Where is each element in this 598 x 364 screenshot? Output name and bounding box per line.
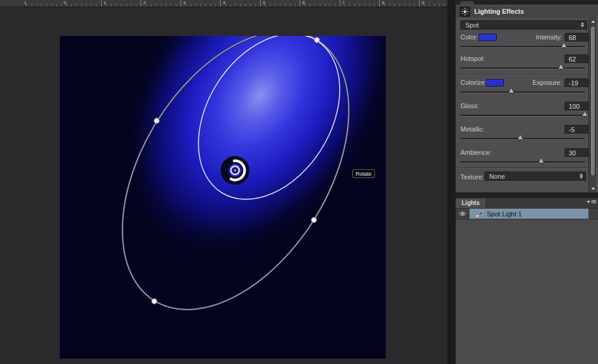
light-type-value: Spot — [465, 22, 479, 29]
exposure-slider-thumb[interactable] — [509, 88, 514, 93]
ruler-number: 2 — [144, 0, 146, 5]
ruler-number: 1 — [103, 0, 106, 5]
intensity-slider-thumb[interactable] — [562, 43, 566, 47]
intensity-value[interactable]: 68 — [565, 33, 588, 42]
texture-value: None — [489, 173, 505, 180]
scrollbar-thumb[interactable] — [590, 26, 596, 176]
metallic-label: Metallic: — [460, 126, 484, 133]
hotspot-slider-track[interactable] — [460, 68, 585, 69]
metallic-slider-thumb[interactable] — [518, 135, 523, 139]
lighting-effects-panel: Lighting Effects Spot Color: Intensity: … — [456, 0, 598, 364]
gloss-slider[interactable] — [460, 111, 585, 117]
scroll-down-button[interactable] — [589, 185, 597, 192]
ambience-slider-thumb[interactable] — [539, 158, 544, 163]
ellipse-handle-top[interactable] — [315, 38, 320, 43]
ruler-number: 4 — [223, 0, 225, 5]
exposure-slider-track[interactable] — [460, 91, 585, 93]
panel-dock-divider — [447, 0, 456, 364]
hotspot-slider[interactable] — [460, 64, 585, 70]
ruler-number: 7 — [342, 0, 344, 5]
gloss-label: Gloss: — [460, 102, 479, 110]
light-preview — [60, 36, 386, 359]
section-divider — [456, 167, 598, 169]
light-item-label: Spot Light 1 — [487, 210, 522, 218]
texture-select[interactable]: None — [484, 172, 586, 182]
ellipse-handle-left[interactable] — [154, 118, 160, 124]
spot-light-glow — [60, 36, 386, 359]
colorize-label: Colorize: — [460, 79, 486, 87]
panel-scrollbar[interactable] — [588, 18, 596, 192]
ruler-number: 3 — [183, 0, 185, 5]
light-type-select[interactable]: Spot — [460, 20, 587, 30]
hotspot-value[interactable]: 62 — [565, 54, 588, 64]
horizontal-ruler[interactable]: 10123456789 — [0, 0, 447, 7]
arrow-down-icon — [591, 188, 595, 190]
texture-label: Texture: — [460, 173, 484, 181]
panel-tab-strip — [456, 0, 598, 5]
light-center-control[interactable] — [225, 160, 246, 181]
hotspot-slider-thumb[interactable] — [559, 65, 563, 69]
ruler-number: 9 — [422, 0, 424, 5]
lights-tab-bar: Lights — [456, 198, 598, 209]
menu-lines-icon — [591, 200, 596, 203]
metallic-value[interactable]: -5 — [565, 125, 588, 134]
ruler-number: 6 — [303, 0, 305, 5]
ambience-slider[interactable] — [460, 158, 585, 164]
ambience-value[interactable]: 30 — [565, 148, 588, 158]
exposure-label: Exposure: — [532, 79, 562, 87]
intensity-label: Intensity: — [536, 33, 562, 41]
exposure-value[interactable]: -19 — [565, 78, 588, 88]
section-divider — [456, 74, 598, 75]
lights-panel: Lights Spot Light 1 — [456, 197, 598, 364]
exposure-slider[interactable] — [460, 88, 585, 94]
light-list-row[interactable]: Spot Light 1 — [456, 209, 598, 219]
scroll-up-button[interactable] — [589, 18, 597, 25]
color-swatch[interactable] — [478, 33, 497, 41]
panel-menu-button[interactable] — [587, 200, 596, 203]
select-arrows-icon — [579, 173, 583, 179]
ambience-label: Ambience: — [460, 149, 492, 157]
select-arrows-icon — [581, 22, 584, 27]
light-row-end — [588, 209, 598, 219]
intensity-slider[interactable] — [460, 42, 585, 48]
gloss-value[interactable]: 100 — [565, 102, 588, 111]
panel-header: Lighting Effects — [456, 5, 598, 19]
tab-lights[interactable]: Lights — [456, 198, 486, 208]
gloss-slider-track[interactable] — [460, 115, 585, 117]
metallic-slider[interactable] — [460, 134, 585, 140]
color-label: Color: — [460, 33, 478, 41]
panel-title: Lighting Effects — [474, 8, 524, 15]
colorize-swatch[interactable] — [486, 79, 504, 87]
ambience-slider-track[interactable] — [460, 161, 585, 163]
ellipse-handle-bottom[interactable] — [152, 299, 157, 304]
hotspot-label: Hotspot: — [460, 55, 485, 63]
eye-icon — [459, 211, 466, 216]
ruler-number: 0 — [64, 0, 66, 5]
ruler-number: 1 — [24, 0, 26, 5]
intensity-slider-track[interactable] — [460, 46, 585, 48]
lighting-effects-icon — [460, 7, 470, 17]
center-dot-icon — [234, 169, 236, 172]
metallic-slider-track[interactable] — [460, 138, 585, 140]
ruler-number: 8 — [382, 0, 385, 5]
gloss-slider-thumb[interactable] — [582, 112, 587, 116]
visibility-toggle[interactable] — [456, 209, 469, 219]
rotate-tooltip: Rotate — [352, 169, 375, 178]
photoshop-lighting-effects-workspace: { "ruler": { "labels": ["1","0","1","2",… — [0, 0, 598, 364]
spot-light-icon — [475, 210, 483, 218]
panel-body: Spot Color: Intensity: 68 Hotspot: 62 Co… — [456, 18, 598, 193]
arrow-up-icon — [591, 20, 595, 23]
chevron-down-icon — [587, 201, 590, 203]
canvas-document[interactable] — [60, 36, 386, 359]
ellipse-handle-right[interactable] — [312, 218, 317, 223]
ruler-number: 5 — [263, 0, 265, 5]
panel-tab-notch — [460, 1, 474, 5]
light-item-selected[interactable]: Spot Light 1 — [469, 209, 588, 219]
